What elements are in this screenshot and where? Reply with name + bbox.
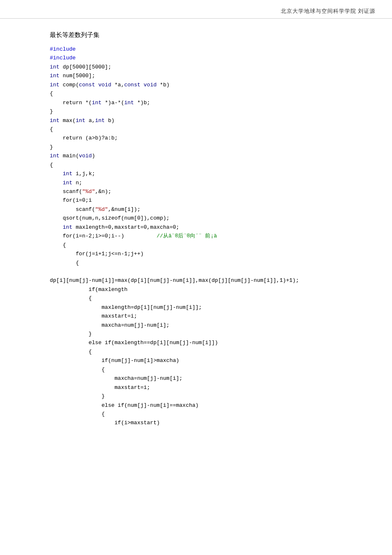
code-line-13: int main(void) (50, 152, 359, 160)
code-line-39: maxstart=i; (50, 383, 359, 392)
code-line-5: int comp(const void *a,const void *b) (50, 81, 359, 89)
code-line-25: { (50, 259, 359, 267)
code-line-24: for(j=i+1;j<=n-1;j++) (50, 249, 359, 258)
code-line-3: int dp[5000][5000]; (50, 63, 359, 71)
code-line-31: maxstart=i; (50, 312, 359, 320)
code-line-23: { (50, 241, 359, 249)
page-header: 北京大学地球与空间科学学院 刘证源 (0, 0, 392, 19)
code-line-38: maxcha=num[j]-num[i]; (50, 374, 359, 383)
code-line-26 (50, 267, 359, 276)
code-line-29: { (50, 294, 359, 303)
code-line-11: return (a>b)?a:b; (50, 134, 359, 142)
code-line-22: for(i=n-2;i>=0;i--) //从â¨®后¨®向¨¨ 前¡à (50, 232, 359, 240)
code-line-16: int n; (50, 178, 359, 187)
code-line-21: int maxlength=0,maxstart=0,maxcha=0; (50, 223, 359, 232)
code-line-28: if(maxlength (50, 285, 359, 294)
code-line-30: maxlength=dp[i][num[j]-num[i]]; (50, 303, 359, 312)
code-line-20: qsort(num,n,sizeof(num[0]),comp); (50, 214, 359, 222)
code-line-8: } (50, 107, 359, 116)
code-line-36: if(num[j]-num[i]>maxcha) (50, 356, 359, 365)
code-line-18: for(i=0;i (50, 196, 359, 205)
code-line-10: { (50, 125, 359, 134)
code-line-6: { (50, 89, 359, 98)
content-area: 最长等差数列子集 #include #include int dp[5000][… (0, 19, 392, 444)
code-line-14: { (50, 161, 359, 169)
header-text: 北京大学地球与空间科学学院 刘证源 (281, 7, 375, 15)
code-line-32: maxcha=num[j]-num[i]; (50, 321, 359, 330)
page: 北京大学地球与空间科学学院 刘证源 最长等差数列子集 #include #inc… (0, 0, 392, 555)
code-line-41: else if(num[j]-num[i]==maxcha) (50, 401, 359, 410)
code-line-34: else if(maxlength==dp[i][num[j]-num[i]]) (50, 338, 359, 347)
page-title: 最长等差数列子集 (50, 31, 359, 39)
code-line-2: #include (50, 54, 359, 62)
code-line-12: } (50, 143, 359, 152)
code-line-43: if(i>maxstart) (50, 418, 359, 427)
code-line-27: dp[i][num[j]-num[i]]=max(dp[i][num[j]-nu… (50, 276, 359, 285)
code-block: #include #include int dp[5000][5000]; in… (50, 45, 359, 428)
code-line-15: int i,j,k; (50, 169, 359, 178)
code-line-9: int max(int a,int b) (50, 116, 359, 125)
code-line-35: { (50, 347, 359, 356)
code-line-37: { (50, 365, 359, 374)
code-line-1: #include (50, 45, 359, 54)
code-line-42: { (50, 410, 359, 418)
code-line-33: } (50, 330, 359, 338)
code-line-19: scanf("%d",&num[i]); (50, 205, 359, 214)
code-line-7: return *(int *)a-*(int *)b; (50, 98, 359, 107)
code-line-4: int num[5000]; (50, 71, 359, 80)
code-line-40: } (50, 392, 359, 401)
code-line-17: scanf("%d",&n); (50, 187, 359, 196)
